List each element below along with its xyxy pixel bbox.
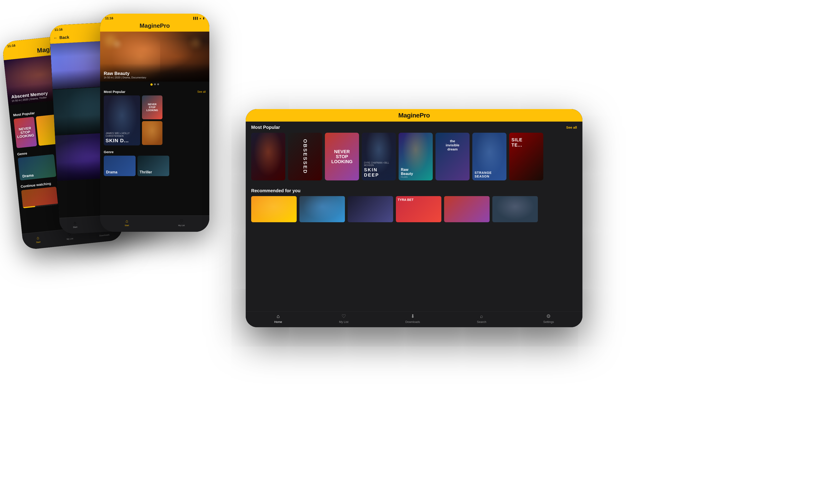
tablet-raw-title: RawBeauty bbox=[401, 168, 431, 176]
poster-never-stop: NEVERSTOPLOOKING bbox=[14, 117, 37, 148]
home-icon-3: ⌂ bbox=[126, 219, 128, 224]
section-header-popular-3: Most Popular See all bbox=[104, 90, 206, 94]
tablet-popular-title: Most Popular bbox=[251, 125, 280, 130]
home-icon-2: ⌂ bbox=[74, 220, 76, 225]
nav-start-2[interactable]: ⌂ Start bbox=[72, 220, 77, 228]
app-title-3: MaginePro bbox=[105, 22, 205, 29]
tablet-poster-silent[interactable]: SILETE... bbox=[509, 133, 543, 180]
tablet-nav-search[interactable]: ⌕ Search bbox=[477, 313, 486, 324]
section-title-popular-3: Most Popular bbox=[104, 90, 125, 94]
genre-drama-tile: Drama bbox=[18, 154, 56, 180]
poster-skin-credits: JAMES WEI • HOLLY CHRISTENSEN bbox=[106, 132, 138, 137]
tablet-see-all[interactable]: See all bbox=[566, 125, 577, 129]
genre-thriller-3[interactable]: Thriller bbox=[137, 156, 169, 176]
tablet-tyra-text: TYRA BET bbox=[398, 198, 414, 202]
section-title-genre-3: Genre bbox=[104, 150, 113, 154]
nav-downloads-label: Downloads bbox=[99, 234, 109, 237]
section-title-genre: Genre bbox=[17, 151, 27, 156]
battery-icon-3: ▮ bbox=[203, 17, 204, 20]
dot-3-1 bbox=[150, 83, 153, 86]
poster-never-text: NEVERSTOPLOOKING bbox=[16, 126, 34, 139]
tablet-downloads-label: Downloads bbox=[405, 320, 420, 324]
tablet-mylist-label: My List bbox=[339, 320, 348, 324]
poster-small-2[interactable] bbox=[142, 121, 162, 145]
tablet-invisible-info: theinvisibledream bbox=[435, 137, 470, 153]
nav-mylist-label: My List bbox=[67, 237, 73, 240]
continue-card-drake bbox=[21, 186, 58, 208]
hero-meta-3: 1h 50 m | 2020 | Drama, Documentary bbox=[104, 76, 146, 79]
progress-fill bbox=[23, 206, 35, 208]
genre-drama-3-label: Drama bbox=[106, 170, 117, 174]
progress-bg bbox=[23, 204, 58, 208]
carousel-dots-3 bbox=[100, 81, 209, 88]
poster-skin-3[interactable]: JAMES WEI • HOLLY CHRISTENSEN SKIN D... bbox=[104, 96, 140, 146]
tablet-poster-row: OBSESSED NEVERSTOPLOOKING DYRE CHAPMAN •… bbox=[251, 133, 577, 180]
tablet-mylist-icon: ♡ bbox=[341, 313, 346, 319]
tablet-section-header-recommended: Recommended for you bbox=[251, 188, 577, 193]
tablet-home-label: Home bbox=[274, 320, 282, 324]
small-poster-col: NEVERSTOPLOOKING bbox=[142, 96, 162, 146]
back-label-text: Back bbox=[59, 35, 69, 40]
tablet-nav-mylist[interactable]: ♡ My List bbox=[339, 313, 348, 324]
nav-start-3[interactable]: ⌂ Start bbox=[125, 219, 129, 227]
time-2: 11:16 bbox=[54, 27, 63, 32]
tablet-rec-6[interactable] bbox=[492, 196, 538, 222]
home-icon-1: ⌂ bbox=[36, 235, 39, 240]
tablet-nav-downloads[interactable]: ⬇ Downloads bbox=[405, 313, 420, 324]
tablet-nav-settings[interactable]: ⚙ Settings bbox=[543, 313, 554, 324]
poster-small-1[interactable]: NEVERSTOPLOOKING bbox=[142, 96, 162, 119]
nav-start-1[interactable]: ⌂ Start bbox=[36, 235, 41, 243]
tablet-strange-title: STRANGESEASON bbox=[475, 171, 504, 178]
poster-skin-title: SKIN D... bbox=[106, 138, 138, 144]
status-bar-3: 11:16 ▐▐▐ ▲ ▮ bbox=[100, 14, 209, 23]
dot-3-2 bbox=[154, 83, 156, 85]
tablet-skin-credits: DYRE CHAPMAN • BILL MCKEEN bbox=[364, 162, 394, 167]
tablet-never-container: NEVERSTOPLOOKING bbox=[325, 133, 359, 180]
tablet-rec-2[interactable] bbox=[299, 196, 345, 222]
tablet-poster-invisible[interactable]: theinvisibledream bbox=[435, 133, 470, 180]
tablet-poster-never[interactable]: NEVERSTOPLOOKING bbox=[325, 133, 359, 180]
genre-row-3: Drama Thriller bbox=[104, 156, 206, 176]
back-arrow-icon[interactable]: ← bbox=[53, 36, 58, 41]
nav-mylist-3-label: My List bbox=[178, 224, 185, 227]
tablet-downloads-icon: ⬇ bbox=[411, 313, 415, 319]
tablet-obsessed-text: OBSESSED bbox=[288, 133, 322, 180]
nav-mylist-3[interactable]: ♡ My List bbox=[178, 219, 185, 227]
tablet-nav-home[interactable]: ⌂ Home bbox=[274, 313, 282, 324]
tablet-never-text: NEVERSTOPLOOKING bbox=[331, 149, 352, 164]
tablet-rec-5[interactable] bbox=[444, 196, 490, 222]
time-1: 11:16 bbox=[7, 43, 15, 48]
genre-thriller-3-label: Thriller bbox=[140, 170, 152, 174]
tablet-poster-strange[interactable]: STRANGESEASON bbox=[472, 133, 506, 180]
tablet-header: MaginePro bbox=[246, 109, 582, 122]
tablet-rec-row: TYRA BET bbox=[251, 196, 577, 222]
tablet-poster-1[interactable] bbox=[251, 133, 285, 180]
tablet-bottom-nav: ⌂ Home ♡ My List ⬇ Downloads ⌕ Search ⚙ … bbox=[246, 311, 582, 327]
time-3: 11:16 bbox=[105, 16, 113, 20]
tablet-poster-raw[interactable]: RawBeauty FILMIN bbox=[399, 133, 433, 180]
tablet-rec-3[interactable] bbox=[348, 196, 393, 222]
poster-row-3: JAMES WEI • HOLLY CHRISTENSEN SKIN D... … bbox=[104, 96, 206, 146]
hero-info-3: Raw Beauty 1h 50 m | 2020 | Drama, Docum… bbox=[104, 71, 146, 79]
tablet-recommended: Recommended for you TYRA BET bbox=[246, 185, 582, 222]
tablet-recommended-title: Recommended for you bbox=[251, 188, 300, 193]
nav-start-3-label: Start bbox=[125, 224, 129, 227]
tablet-rec-tyra[interactable]: TYRA BET bbox=[396, 196, 441, 222]
section-header-genre-3: Genre bbox=[104, 150, 206, 154]
genre-drama-3[interactable]: Drama bbox=[104, 156, 136, 176]
tablet-silent-title: SILETE... bbox=[512, 137, 541, 148]
tablet-silent-info: SILETE... bbox=[512, 137, 541, 148]
tablet-poster-obsessed[interactable]: OBSESSED bbox=[288, 133, 322, 180]
tablet-search-icon: ⌕ bbox=[480, 313, 483, 319]
signal-icon-3: ▐▐▐ bbox=[192, 17, 198, 19]
tablet-title: MaginePro bbox=[398, 112, 430, 119]
tablet-rec-1[interactable] bbox=[251, 196, 297, 222]
tablet-poster-skin[interactable]: DYRE CHAPMAN • BILL MCKEEN SKIN DEEP bbox=[362, 133, 396, 180]
tablet-raw-info: RawBeauty FILMIN bbox=[401, 168, 431, 178]
tablet-raw-studio: FILMIN bbox=[401, 176, 431, 178]
poster-small-1-text: NEVERSTOPLOOKING bbox=[142, 96, 162, 119]
status-icons-3: ▐▐▐ ▲ ▮ bbox=[192, 17, 204, 20]
see-all-3[interactable]: See all bbox=[197, 90, 206, 94]
phone-3-screen: 11:16 ▐▐▐ ▲ ▮ MaginePro R bbox=[100, 14, 209, 232]
hero-title-3: Raw Beauty bbox=[104, 71, 146, 76]
